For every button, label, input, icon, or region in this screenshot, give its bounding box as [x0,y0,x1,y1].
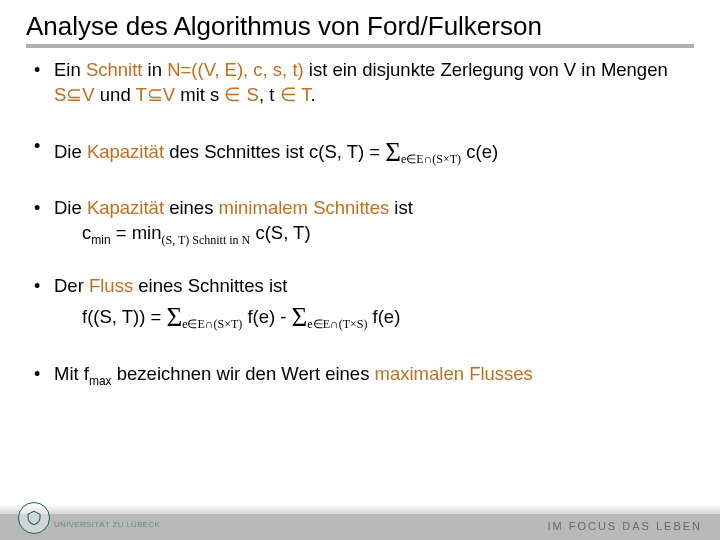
subscript: min [91,233,110,247]
footer-gradient [0,504,720,514]
text: des Schnittes ist c(S, T) = [164,141,385,162]
text: in [142,59,167,80]
sigma-icon: Σ [292,302,308,332]
text: = min [111,222,162,243]
text: Mit f [54,363,89,384]
term-min-schnitt: minimalem Schnittes [219,197,390,218]
bullet-1: Ein Schnitt in N=((V, E), c, s, t) ist e… [26,58,694,108]
text: f(e) - [242,306,291,327]
text: Die [54,197,87,218]
bullet-3: Die Kapazität eines minimalem Schnittes … [26,196,694,248]
text: f((S, T)) = [82,306,166,327]
text: ist [389,197,413,218]
text: c(S, T) [250,222,310,243]
term-fluss: Fluss [89,275,133,296]
term-kapazitaet: Kapazität [87,141,164,162]
text: c [82,222,91,243]
text: bezeichnen wir den Wert eines [112,363,375,384]
text: ist ein disjunkte Zerlegung von V in Men… [304,59,668,80]
sum-index: e∈E∩(T×S) [307,317,367,331]
slide: Analyse des Algorithmus von Ford/Fulkers… [0,0,720,388]
text: mit s [175,84,224,105]
min-index: (S, T) Schnitt in N [162,233,251,247]
text: . [311,84,316,105]
slide-title: Analyse des Algorithmus von Ford/Fulkers… [26,12,694,48]
text: Die [54,141,87,162]
bullet-5: Mit fmax bezeichnen wir den Wert eines m… [26,362,694,389]
sum-index: e∈E∩(S×T) [401,152,461,166]
text: , t [259,84,280,105]
term-S: S⊆V [54,84,95,105]
text: f(e) [367,306,400,327]
bullet-list: Ein Schnitt in N=((V, E), c, s, t) ist e… [26,58,694,389]
formula-cmin: cmin = min(S, T) Schnitt in N c(S, T) [54,221,694,248]
subscript: max [89,373,112,387]
term-T: T⊆V [136,84,176,105]
text: Ein [54,59,86,80]
text: eines [164,197,219,218]
formula-flow: f((S, T)) = Σe∈E∩(S×T) f(e) - Σe∈E∩(T×S)… [54,299,694,335]
bullet-4: Der Fluss eines Schnittes ist f((S, T)) … [26,274,694,335]
university-crest-icon [18,502,50,534]
text: und [95,84,136,105]
text: eines Schnittes ist [133,275,287,296]
term-inT: ∈ T [280,84,311,105]
text: Der [54,275,89,296]
term-schnitt: Schnitt [86,59,143,80]
term-max-fluss: maximalen Flusses [375,363,533,384]
sum-index: e∈E∩(S×T) [182,317,242,331]
term-inS: ∈ S [224,84,258,105]
term-kapazitaet: Kapazität [87,197,164,218]
sigma-icon: Σ [166,302,182,332]
text: c(e) [461,141,498,162]
sigma-icon: Σ [385,137,401,167]
university-name: UNIVERSITÄT ZU LÜBECK [54,521,160,530]
tagline: IM FOCUS DAS LEBEN [547,520,702,532]
bullet-2: Die Kapazität des Schnittes ist c(S, T) … [26,134,694,170]
term-network: N=((V, E), c, s, t) [167,59,304,80]
